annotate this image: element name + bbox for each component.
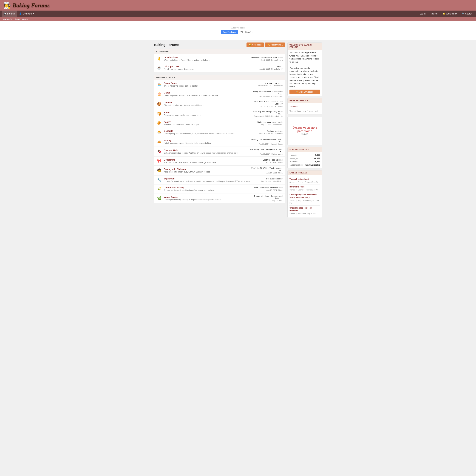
forum-name[interactable]: Savory xyxy=(164,139,246,142)
community-section: COMMUNITY 🤚 Introductions Welcome to Bak… xyxy=(154,49,285,72)
forum-name[interactable]: Cookies xyxy=(164,101,246,104)
last-thread-title[interactable]: Help! Thick & Soft Chocolate Chip Cookie… xyxy=(248,101,283,105)
nav-right: Log in Register 🔔 What's new 🔍 Search xyxy=(417,11,475,17)
forum-info: Pastry Whether it be shortcrust, sweet, … xyxy=(164,121,256,126)
member-steelman[interactable]: Steelman xyxy=(289,104,320,109)
login-label: Log in xyxy=(420,12,425,15)
last-thread-title[interactable]: Custards too loose xyxy=(259,130,283,132)
sub-nav: New posts Search forums xyxy=(0,17,476,21)
last-thread-title[interactable]: Cobbler xyxy=(260,66,283,68)
last-thread-meta: Aug 15, 2024 · Mona xyxy=(253,189,283,191)
latest-member-label: Latest member: xyxy=(289,164,304,166)
sub-nav-search-forums[interactable]: Search forums xyxy=(15,18,28,20)
latest-member-value: midatlanticbaker xyxy=(305,164,320,166)
forum-name[interactable]: Gluten Free Baking xyxy=(164,186,251,189)
sidebar: WELCOME TO BAKING FORUMS Welcome to Baki… xyxy=(288,42,322,220)
forum-name[interactable]: Vegan Baking xyxy=(164,196,246,198)
post-thread-button[interactable]: ✏️ Post thread... xyxy=(265,42,285,47)
last-thread-meta: Aug 28, 2024 · retired baker xyxy=(261,180,283,182)
last-thread-title[interactable]: Looking for yellow cake recipe that is m… xyxy=(248,91,283,95)
ask-question-button[interactable]: ✏️ Ask a Question xyxy=(289,90,320,94)
forum-name[interactable]: Cakes xyxy=(164,91,246,94)
nav-whats-new[interactable]: 🔔 What's new xyxy=(441,11,460,17)
post-thread-icon: ✏️ xyxy=(267,44,270,46)
members-value: 5,552 xyxy=(305,160,320,163)
forum-desc: Welcome to Baking Forums! Come and say h… xyxy=(164,59,250,61)
nav-search[interactable]: 🔍 Search xyxy=(460,11,475,17)
ad-label: Ads by Google xyxy=(231,27,245,29)
welcome-body: Welcome to Baking Forums where you can a… xyxy=(288,50,322,96)
forum-row: 🧁 Baker Banter This is where the bakers … xyxy=(154,80,285,89)
forum-name[interactable]: Off Topic Chat xyxy=(164,65,258,68)
nav-login[interactable]: Log in xyxy=(417,11,428,17)
forum-row: 🌿 Vegan Baking Please post anything rela… xyxy=(154,193,285,203)
last-thread-title[interactable]: Eliminating Bitter Baking Powder/Soda B.… xyxy=(248,148,283,153)
bell-icon: 🔔 xyxy=(443,12,445,15)
last-thread-title[interactable]: Need help with oven proofing bread dou..… xyxy=(248,110,283,115)
messages-value: 48,129 xyxy=(305,157,320,160)
nav-members[interactable]: 👤 Members ▾ xyxy=(17,11,36,17)
forum-name[interactable]: Baking with Children xyxy=(164,168,246,170)
latest-thread-title[interactable]: Chocolate chip cookie by Memory? xyxy=(289,206,320,212)
forum-row: 🥐 Pastry Whether it be shortcrust, sweet… xyxy=(154,119,285,128)
send-feedback-button[interactable]: Send feedback xyxy=(221,30,238,34)
latest-thread-title[interactable]: Looking for yellow cake recipe that is m… xyxy=(289,193,320,199)
new-posts-label: New posts xyxy=(252,44,262,46)
forum-name[interactable]: Decorating xyxy=(164,158,261,161)
forum-icon: 🌾 xyxy=(156,186,162,192)
sub-nav-new-posts[interactable]: New posts xyxy=(2,18,12,20)
last-thread-title[interactable]: Butter and sugar glaze recipie xyxy=(257,121,283,123)
forum-icon: 🌿 xyxy=(156,195,162,201)
last-thread-title[interactable]: Foil pudding basins xyxy=(261,178,283,180)
statistics-body: Threads: 6,602 Messages: 48,129 Members:… xyxy=(288,152,322,168)
forum-name[interactable]: Bread xyxy=(164,111,246,114)
forum-desc: This is where the bakers come to banter! xyxy=(164,85,255,87)
forum-name[interactable]: Pastry xyxy=(164,121,256,123)
forum-info: Equipment Looking for something in parti… xyxy=(164,177,259,182)
last-thread-title[interactable]: What's the First Thing You Remember Ba..… xyxy=(248,167,283,171)
forum-name[interactable]: Introductions xyxy=(164,56,250,59)
forum-name[interactable]: Disaster Help xyxy=(164,149,246,152)
members-icon: 👤 xyxy=(19,12,22,15)
last-thread-meta: Aug 15, 2024 xyxy=(248,200,283,202)
forum-name[interactable]: Equipment xyxy=(164,177,259,180)
latest-thread-title[interactable]: The rock in the donut xyxy=(289,178,320,181)
baking-forums-list: 🧁 Baker Banter This is where the bakers … xyxy=(154,80,285,203)
last-thread-meta: Aug 14, 2024 · Sharzi xyxy=(263,161,283,163)
nav-forums[interactable]: 💬 Forums xyxy=(1,11,17,17)
latest-threads-box: LATEST THREADS The rock in the donut Sta… xyxy=(288,170,322,218)
nav-register[interactable]: Register xyxy=(428,11,441,17)
forum-info: Baking with Children Keep those little f… xyxy=(164,168,246,173)
last-thread-meta: Sep 3, 2024 · EdwardGuerra xyxy=(251,59,283,61)
forum-name[interactable]: Desserts xyxy=(164,130,257,132)
forum-last: What's the First Thing You Remember Ba..… xyxy=(248,167,283,174)
forum-name[interactable]: Baker Banter xyxy=(164,82,255,85)
last-thread-title[interactable]: Best Gel Food Coloring xyxy=(263,159,283,161)
threads-value: 6,602 xyxy=(305,154,320,156)
last-thread-title[interactable]: Hello from an old woman down home xyxy=(251,56,283,59)
last-thread-title[interactable]: The rock in the donut xyxy=(257,82,283,85)
forum-info: Cakes Cakes, cupcakes, muffins... discus… xyxy=(164,91,246,97)
members-online-body: Steelman Total: 62 (members: 2, guests: … xyxy=(288,103,322,114)
last-thread-title[interactable]: Gluten Free Recipe for Rock Cakes xyxy=(253,187,283,189)
ad-area: Ads by Google Send feedback Why this ad?… xyxy=(0,21,476,40)
forum-row: ☕ Off Topic Chat For all your non-baking… xyxy=(154,63,285,72)
forum-icon: 🍞 xyxy=(156,111,162,117)
last-thread-title[interactable]: Looking for a Recipe to Make a Mock Mc..… xyxy=(248,138,283,143)
forum-last: Trouble with Vegan Cupcakes and Patach..… xyxy=(248,195,283,202)
forum-row: 🤚 Introductions Welcome to Baking Forums… xyxy=(154,54,285,63)
last-thread-meta: Aug 14, 2024 · retired baker xyxy=(257,124,283,125)
forum-icon: 🧁 xyxy=(156,82,162,87)
new-posts-button[interactable]: 🔔 New posts xyxy=(246,42,264,47)
forum-icon: 🍫 xyxy=(156,149,162,154)
forum-icon: 🥐 xyxy=(156,120,162,126)
why-ad-button[interactable]: Why this ad? ▷ xyxy=(239,30,255,34)
site-logo-title[interactable]: Baking Forums xyxy=(13,2,50,9)
last-thread-title[interactable]: Trouble with Vegan Cupcakes and Patach..… xyxy=(248,195,283,199)
register-label: Register xyxy=(430,12,438,15)
list-item: Looking for yellow cake recipe that is m… xyxy=(289,192,320,205)
latest-thread-title[interactable]: Bakers Big Head xyxy=(289,186,320,188)
forum-last: Best Gel Food Coloring Aug 14, 2024 · Sh… xyxy=(263,159,283,163)
post-thread-label: Post thread... xyxy=(271,44,283,46)
forum-row: 🔧 Equipment Looking for something in par… xyxy=(154,175,285,185)
